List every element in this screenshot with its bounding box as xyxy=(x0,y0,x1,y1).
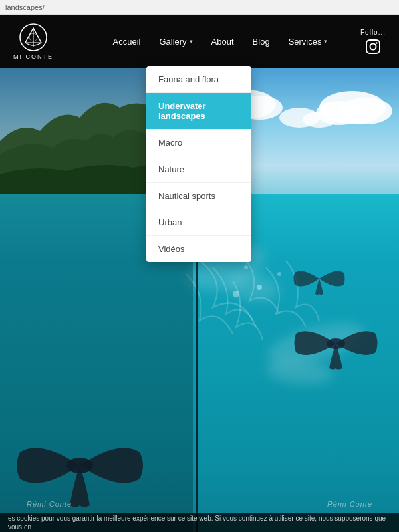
svg-point-4 xyxy=(376,42,377,43)
svg-point-13 xyxy=(277,272,281,276)
dropdown-item-nature[interactable]: Nature xyxy=(146,156,251,183)
main-nav: Accueil Gallery ▾ About Blog Services ▾ xyxy=(80,37,360,47)
svg-point-12 xyxy=(257,285,262,290)
dropdown-item-underwater[interactable]: Underwater landscapes xyxy=(146,93,251,130)
watermark-left: Rémi Conte xyxy=(27,500,72,508)
logo-icon xyxy=(19,23,48,52)
svg-point-14 xyxy=(233,291,239,297)
dropdown-item-urban[interactable]: Urban xyxy=(146,209,251,236)
address-bar: landscapes/ xyxy=(0,0,399,15)
watermark-right: Rémi Conte xyxy=(327,500,372,508)
logo[interactable]: MI CONTE xyxy=(13,23,53,60)
dropdown-item-macro[interactable]: Macro xyxy=(146,130,251,156)
follow-label: Follo... xyxy=(360,29,386,36)
services-chevron-icon: ▾ xyxy=(324,38,327,45)
nav-gallery[interactable]: Gallery ▾ xyxy=(159,37,192,47)
svg-point-9 xyxy=(303,112,336,128)
svg-point-17 xyxy=(327,338,345,349)
dropdown-item-nautical[interactable]: Nautical sports xyxy=(146,183,251,209)
header: MI CONTE Accueil Gallery ▾ About Blog Se… xyxy=(0,15,399,68)
gallery-dropdown: Fauna and flora Underwater landscapes Ma… xyxy=(146,66,251,262)
gallery-chevron-icon: ▾ xyxy=(190,38,193,45)
nav-accueil[interactable]: Accueil xyxy=(113,37,141,47)
dropdown-item-fauna[interactable]: Fauna and flora xyxy=(146,66,251,93)
stingray-right-svg xyxy=(293,314,379,374)
follow-area: Follo... xyxy=(360,29,386,55)
nav-services[interactable]: Services ▾ xyxy=(289,37,328,47)
svg-point-3 xyxy=(370,43,376,49)
stingray-small-svg xyxy=(293,261,346,297)
dropdown-item-videos[interactable]: Vidéos xyxy=(146,236,251,262)
logo-text: MI CONTE xyxy=(13,53,53,60)
cookie-text: es cookies pour vous garantir la meilleu… xyxy=(8,514,391,531)
nav-about[interactable]: About xyxy=(211,37,234,47)
cookie-bar: es cookies pour vous garantir la meilleu… xyxy=(0,513,399,532)
instagram-icon[interactable] xyxy=(365,39,381,55)
nav-blog[interactable]: Blog xyxy=(253,37,270,47)
svg-point-15 xyxy=(244,265,248,269)
svg-rect-2 xyxy=(366,40,380,53)
url-text: landscapes/ xyxy=(5,3,45,11)
